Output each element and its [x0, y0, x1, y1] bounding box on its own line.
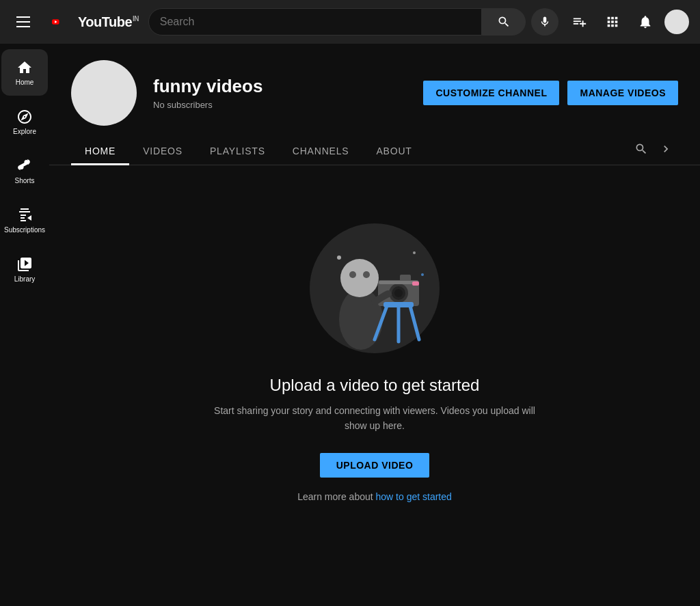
- explore-icon: [16, 109, 33, 125]
- cameraman-illustration: [306, 220, 443, 357]
- sidebar: Home Explore Shorts Subscriptions Librar…: [0, 44, 49, 606]
- channel-name: funny videos: [153, 76, 407, 97]
- svg-point-4: [340, 259, 379, 297]
- channel-info: funny videos No subscribers: [153, 76, 407, 110]
- svg-rect-11: [400, 275, 411, 281]
- sidebar-item-shorts[interactable]: Shorts: [1, 148, 48, 194]
- channel-body-empty: Upload a video to get started Start shar…: [49, 165, 700, 529]
- sidebar-item-explore[interactable]: Explore: [1, 98, 48, 145]
- hamburger-button[interactable]: [11, 11, 36, 33]
- sidebar-item-home[interactable]: Home: [1, 49, 48, 96]
- create-button[interactable]: [566, 8, 593, 36]
- country-label: IN: [133, 15, 139, 23]
- svg-point-10: [394, 289, 403, 297]
- sidebar-label-home: Home: [16, 79, 34, 86]
- learn-more-text: Learn more about how to get started: [297, 491, 452, 502]
- nav-left: YouTubeIN: [11, 11, 144, 33]
- channel-tabs: HOME VIDEOS PLAYLISTS CHANNELS ABOUT: [49, 137, 700, 165]
- channel-actions: CUSTOMIZE CHANNEL MANAGE VIDEOS: [423, 81, 678, 105]
- sidebar-item-library[interactable]: Library: [1, 246, 48, 292]
- sidebar-label-subscriptions: Subscriptions: [4, 226, 45, 234]
- create-icon: [572, 14, 587, 29]
- search-button[interactable]: [482, 8, 526, 36]
- youtube-wordmark: YouTubeIN: [78, 15, 139, 29]
- sidebar-label-shorts: Shorts: [15, 177, 35, 184]
- apps-icon: [605, 14, 620, 29]
- mic-icon: [539, 16, 551, 28]
- tab-search-icon: [634, 142, 648, 156]
- upload-illustration: [306, 220, 443, 357]
- channel-header: funny videos No subscribers CUSTOMIZE CH…: [49, 44, 700, 137]
- sidebar-label-library: Library: [14, 275, 36, 283]
- tab-videos[interactable]: VIDEOS: [129, 137, 196, 165]
- svg-rect-17: [412, 281, 419, 286]
- top-navigation: YouTubeIN: [0, 0, 700, 44]
- chevron-right-icon: [659, 142, 673, 156]
- nav-right: [566, 8, 689, 36]
- tab-search-button[interactable]: [629, 137, 654, 165]
- svg-rect-16: [383, 302, 414, 307]
- sidebar-label-explore: Explore: [13, 128, 36, 135]
- main-content: funny videos No subscribers CUSTOMIZE CH…: [49, 44, 700, 606]
- tab-next-button[interactable]: [654, 137, 678, 165]
- notifications-button[interactable]: [632, 8, 659, 36]
- library-icon: [16, 256, 33, 273]
- apps-button[interactable]: [599, 8, 626, 36]
- shorts-icon: [16, 158, 33, 174]
- search-bar: [148, 8, 482, 36]
- tab-playlists[interactable]: PLAYLISTS: [196, 137, 279, 165]
- search-area: [148, 8, 558, 36]
- account-avatar[interactable]: [664, 10, 689, 34]
- channel-subscribers: No subscribers: [153, 100, 407, 110]
- svg-point-18: [337, 256, 341, 260]
- empty-state-title: Upload a video to get started: [270, 376, 480, 395]
- svg-point-20: [421, 273, 424, 276]
- upload-video-button[interactable]: UPLOAD VIDEO: [320, 453, 430, 478]
- customize-channel-button[interactable]: CUSTOMIZE CHANNEL: [423, 81, 559, 105]
- tab-channels[interactable]: CHANNELS: [279, 137, 363, 165]
- search-input[interactable]: [149, 9, 481, 35]
- voice-search-button[interactable]: [531, 8, 558, 36]
- learn-more-prefix: Learn more about: [297, 491, 375, 502]
- sidebar-item-subscriptions[interactable]: Subscriptions: [1, 197, 48, 243]
- search-icon: [497, 15, 511, 29]
- youtube-logo-icon: [52, 14, 75, 30]
- subscriptions-icon: [16, 207, 33, 223]
- svg-point-6: [363, 271, 370, 278]
- get-started-link[interactable]: how to get started: [376, 491, 452, 502]
- tab-about[interactable]: ABOUT: [362, 137, 425, 165]
- bell-icon: [638, 14, 653, 29]
- manage-videos-button[interactable]: MANAGE VIDEOS: [567, 81, 678, 105]
- svg-point-19: [413, 251, 416, 254]
- home-icon: [16, 59, 33, 76]
- empty-state-description: Start sharing your story and connecting …: [211, 403, 539, 434]
- channel-avatar: [71, 60, 137, 126]
- youtube-logo[interactable]: YouTubeIN: [46, 11, 144, 33]
- svg-point-5: [349, 271, 356, 278]
- tab-home[interactable]: HOME: [71, 137, 129, 165]
